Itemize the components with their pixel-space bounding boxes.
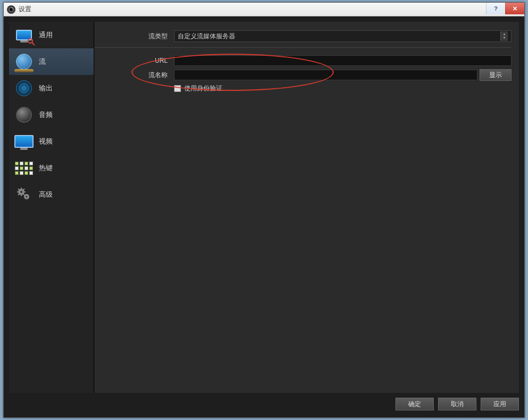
- stream-key-label: 流名称: [94, 71, 174, 80]
- svg-line-14: [18, 194, 19, 195]
- svg-line-2: [32, 43, 35, 45]
- window-body: 通用 流 输出: [4, 16, 524, 417]
- sidebar-item-label: 输出: [39, 83, 53, 93]
- svg-point-6: [26, 196, 27, 197]
- dialog-buttons: 确定 取消 应用: [9, 393, 519, 412]
- url-input[interactable]: [174, 55, 512, 66]
- sidebar-item-label: 流: [39, 57, 46, 66]
- select-arrows-icon: ▲▼: [500, 31, 508, 41]
- titlebar[interactable]: 设置 ? ✕: [4, 3, 524, 16]
- sidebar-item-audio[interactable]: 音频: [9, 102, 94, 128]
- settings-window: 设置 ? ✕ 通用: [3, 2, 525, 418]
- settings-sidebar: 通用 流 输出: [9, 22, 94, 393]
- cancel-button[interactable]: 取消: [438, 398, 476, 410]
- url-row: URL: [94, 55, 512, 66]
- sidebar-item-video[interactable]: 视频: [9, 128, 94, 155]
- use-auth-row[interactable]: 使用身份验证: [174, 84, 512, 93]
- svg-line-12: [23, 194, 24, 195]
- sidebar-item-stream[interactable]: 流: [9, 48, 94, 75]
- stream-type-value: 自定义流媒体服务器: [178, 32, 235, 41]
- sidebar-item-label: 热键: [39, 163, 53, 173]
- app-icon: [7, 5, 15, 14]
- help-button[interactable]: ?: [486, 3, 505, 14]
- use-auth-label: 使用身份验证: [184, 84, 222, 93]
- stream-type-label: 流类型: [94, 32, 174, 41]
- sidebar-item-hotkeys[interactable]: 热键: [9, 155, 94, 181]
- stream-key-input[interactable]: [174, 70, 477, 80]
- ok-button[interactable]: 确定: [395, 398, 434, 410]
- show-button[interactable]: 显示: [480, 69, 512, 81]
- general-icon: [13, 26, 35, 44]
- use-auth-checkbox[interactable]: [174, 85, 181, 92]
- audio-icon: [13, 106, 35, 124]
- stream-icon: [13, 53, 35, 71]
- url-label: URL: [94, 57, 174, 64]
- svg-line-13: [23, 189, 24, 190]
- output-icon: [13, 79, 35, 97]
- sidebar-item-label: 音频: [39, 110, 53, 120]
- sidebar-item-label: 高级: [39, 190, 53, 199]
- sidebar-item-output[interactable]: 输出: [9, 75, 94, 102]
- settings-content: 流类型 自定义流媒体服务器 ▲▼ URL: [94, 22, 519, 393]
- divider: [94, 47, 512, 48]
- stream-type-row: 流类型 自定义流媒体服务器 ▲▼: [94, 30, 512, 42]
- sidebar-item-general[interactable]: 通用: [9, 22, 94, 48]
- video-icon: [13, 132, 35, 150]
- advanced-icon: [13, 186, 35, 204]
- svg-point-1: [28, 39, 32, 43]
- sidebar-item-label: 视频: [39, 137, 53, 146]
- window-controls: ? ✕: [486, 3, 524, 14]
- hotkeys-icon: [13, 159, 35, 177]
- svg-line-11: [18, 189, 19, 190]
- stream-key-row: 流名称 显示: [94, 69, 512, 81]
- sidebar-item-advanced[interactable]: 高级: [9, 181, 94, 208]
- svg-point-4: [20, 191, 22, 193]
- close-button[interactable]: ✕: [505, 3, 524, 14]
- sidebar-item-label: 通用: [39, 30, 53, 40]
- window-title: 设置: [19, 5, 31, 14]
- stream-type-select[interactable]: 自定义流媒体服务器 ▲▼: [174, 30, 512, 42]
- apply-button[interactable]: 应用: [481, 398, 519, 410]
